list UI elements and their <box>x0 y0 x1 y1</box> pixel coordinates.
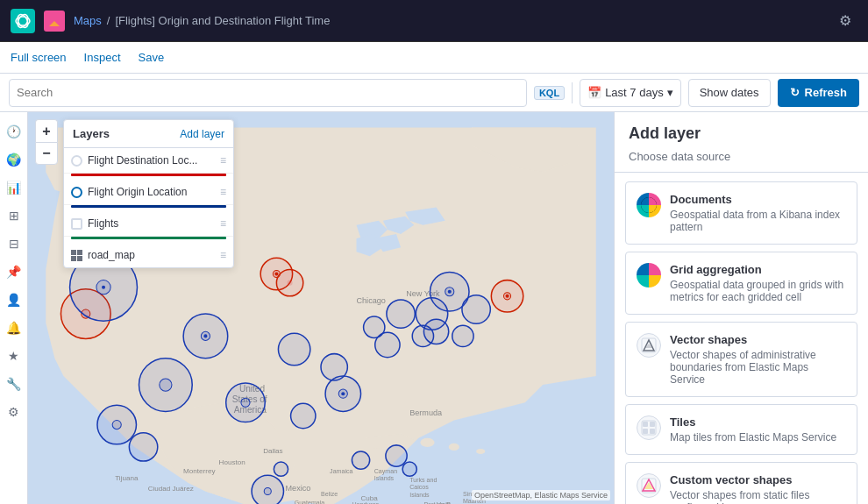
sidebar-icon-tool[interactable]: 🔧 <box>2 372 26 396</box>
svg-point-6 <box>420 438 434 447</box>
zoom-in-button[interactable]: + <box>35 119 58 142</box>
svg-point-75 <box>203 334 207 337</box>
add-layer-button[interactable]: Add layer <box>180 128 224 140</box>
svg-point-80 <box>506 295 509 298</box>
full-screen-link[interactable]: Full screen <box>11 51 67 64</box>
svg-point-66 <box>352 451 369 469</box>
svg-text:Monterrey: Monterrey <box>183 467 216 475</box>
datasource-tiles[interactable]: Tiles Map tiles from Elastic Maps Servic… <box>625 404 857 455</box>
layer-item-roadmap[interactable]: road_map ≡ <box>64 243 233 267</box>
datasource-documents[interactable]: Documents Geospatial data from a Kibana … <box>625 181 857 245</box>
custom-name: Custom vector shapes <box>670 473 846 486</box>
search-input[interactable] <box>17 86 519 99</box>
chevron-down-icon: ▾ <box>667 86 673 99</box>
vector-info: Vector shapes Vector shapes of administr… <box>670 333 846 386</box>
sidebar-icon-globe[interactable]: 🌍 <box>2 147 26 172</box>
layer-item-flights[interactable]: Flights ≡ <box>64 211 233 237</box>
map-area: Calgary United States of America Chicago… <box>28 112 614 504</box>
layers-panel: Layers Add layer Flight Destination Loc.… <box>63 119 234 268</box>
tiles-desc: Map tiles from Elastic Maps Service <box>670 431 836 444</box>
grid-icon <box>637 263 661 287</box>
svg-point-74 <box>102 286 105 289</box>
breadcrumb: Maps / [Flights] Origin and Destination … <box>74 14 330 27</box>
layer-drag-origin[interactable]: ≡ <box>220 186 226 198</box>
sidebar-icon-alert[interactable]: 🔔 <box>2 316 26 340</box>
main-content: 🕐 🌍 📊 ⊞ ⊟ 📌 👤 🔔 ★ 🔧 ⚙ <box>0 112 868 504</box>
svg-text:Mexico: Mexico <box>286 485 311 493</box>
svg-text:Tijuana: Tijuana <box>115 474 139 482</box>
svg-point-77 <box>341 392 345 395</box>
breadcrumb-separator: / <box>107 14 110 27</box>
sidebar-icon-pin[interactable]: 📌 <box>2 259 26 284</box>
svg-point-69 <box>274 462 288 476</box>
layer-drag-roadmap[interactable]: ≡ <box>220 249 226 261</box>
sidebar-icon-chart[interactable]: 📊 <box>2 175 26 200</box>
layer-checkbox-flights[interactable] <box>71 218 82 230</box>
layer-name-roadmap: road_map <box>88 249 215 261</box>
svg-rect-89 <box>650 429 655 434</box>
svg-point-71 <box>264 487 271 494</box>
svg-text:Guatemala: Guatemala <box>295 500 325 504</box>
refresh-button[interactable]: ↻ Refresh <box>778 79 859 107</box>
grid-name: Grid aggregation <box>670 263 846 276</box>
svg-text:Jamaica: Jamaica <box>330 468 352 475</box>
svg-point-79 <box>274 273 278 276</box>
show-dates-button[interactable]: Show dates <box>688 79 771 107</box>
svg-text:Ciudad Juárez: Ciudad Juárez <box>148 486 194 493</box>
sidebar-icon-settings[interactable]: ⚙ <box>2 400 26 424</box>
svg-point-54 <box>375 332 400 357</box>
breadcrumb-maps-link[interactable]: Maps <box>74 14 102 27</box>
svg-point-55 <box>387 300 415 328</box>
svg-point-39 <box>288 280 293 286</box>
layer-drag-destination[interactable]: ≡ <box>220 154 226 167</box>
svg-text:Belize: Belize <box>321 491 338 498</box>
layer-indicator-origin <box>71 205 226 208</box>
layer-radio-destination[interactable] <box>71 155 82 167</box>
top-bar: Maps / [Flights] Origin and Destination … <box>0 0 868 42</box>
documents-info: Documents Geospatial data from a Kibana … <box>670 193 846 233</box>
panel-header: Add layer Choose data source <box>615 112 868 173</box>
svg-point-47 <box>241 398 250 407</box>
svg-rect-86 <box>643 422 648 427</box>
documents-desc: Geospatial data from a Kibana index patt… <box>670 209 846 233</box>
layers-title: Layers <box>73 127 110 140</box>
datasource-grid[interactable]: Grid aggregation Geospatial data grouped… <box>625 252 857 315</box>
documents-name: Documents <box>670 193 846 206</box>
sidebar-icon-grid[interactable]: ⊟ <box>2 231 26 256</box>
datasource-vector[interactable]: Vector shapes Vector shapes of administr… <box>625 322 857 397</box>
custom-vector-icon <box>637 473 661 498</box>
search-input-wrap[interactable] <box>9 79 527 107</box>
sidebar-icon-person[interactable]: 👤 <box>2 287 26 312</box>
datasource-custom[interactable]: Custom vector shapes Vector shapes from … <box>625 462 857 504</box>
svg-point-63 <box>129 433 157 461</box>
svg-rect-88 <box>643 429 648 434</box>
vector-desc: Vector shapes of administrative boundari… <box>670 349 846 386</box>
sidebar-icon-clock[interactable]: 🕐 <box>2 119 26 144</box>
vector-icon <box>637 333 661 358</box>
sidebar-icon-star[interactable]: ★ <box>2 344 26 368</box>
layer-grid-icon-roadmap <box>71 250 82 261</box>
save-link[interactable]: Save <box>139 51 165 64</box>
layer-item-origin[interactable]: Flight Origin Location ≡ <box>64 180 233 205</box>
settings-icon[interactable]: ⚙ <box>833 9 857 33</box>
layer-name-flights: Flights <box>88 217 215 230</box>
zoom-out-button[interactable]: − <box>35 142 58 165</box>
layer-name-destination: Flight Destination Loc... <box>88 154 215 167</box>
layer-item-destination[interactable]: Flight Destination Loc... ≡ <box>64 148 233 174</box>
date-picker[interactable]: 📅 Last 7 days ▾ <box>580 79 681 107</box>
kql-badge[interactable]: KQL <box>534 86 565 100</box>
custom-desc: Vector shapes from static files configur… <box>670 489 846 504</box>
calendar-icon: 📅 <box>587 86 601 99</box>
panel-subtitle: Choose data source <box>629 150 854 163</box>
tiles-info: Tiles Map tiles from Elastic Maps Servic… <box>670 415 836 444</box>
map-attribution: OpenStreetMap, Elastic Maps Service <box>472 490 610 500</box>
layer-drag-flights[interactable]: ≡ <box>220 217 226 230</box>
divider <box>572 82 573 103</box>
layer-radio-origin[interactable] <box>71 187 82 198</box>
inspect-link[interactable]: Inspect <box>84 51 121 64</box>
svg-point-49 <box>291 403 316 428</box>
sidebar-icon-layers[interactable]: ⊞ <box>2 203 26 228</box>
page-title: [Flights] Origin and Destination Flight … <box>115 14 330 27</box>
panel-title: Add layer <box>629 124 854 143</box>
add-layer-panel: Add layer Choose data source Documents <box>614 112 868 504</box>
